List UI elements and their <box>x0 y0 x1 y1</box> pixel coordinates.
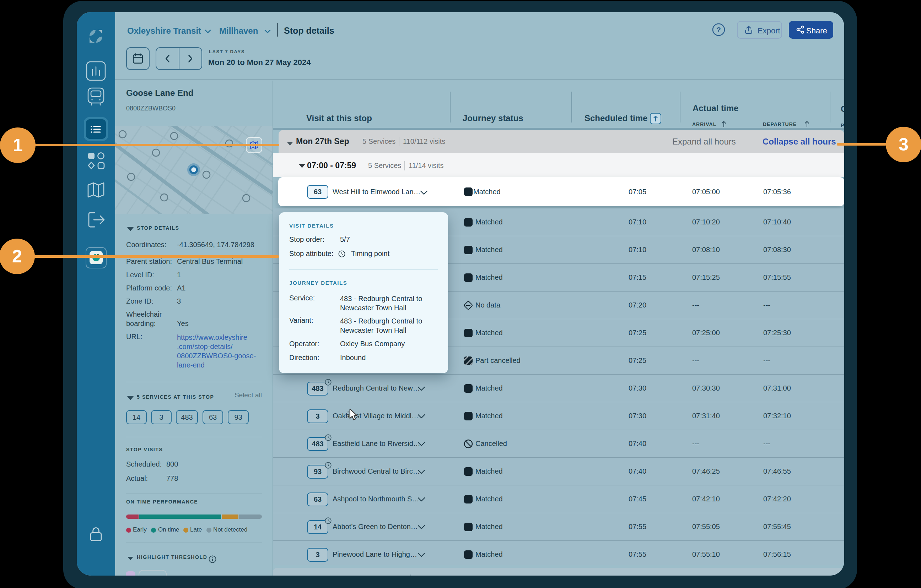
svg-text:?: ? <box>716 26 721 34</box>
